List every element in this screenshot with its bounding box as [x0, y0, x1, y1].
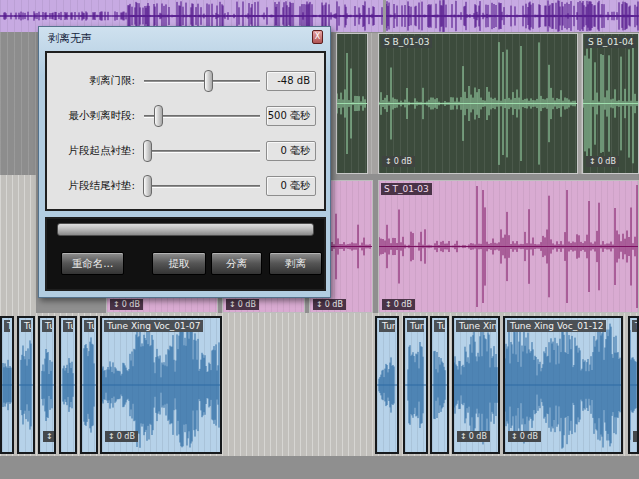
- clip-gain-label[interactable]: ↕0 dB: [382, 156, 415, 167]
- slider-panel: 剥离门限: -48 dB 最小剥离时段: 500 毫秒 片段起点衬垫:: [45, 51, 326, 211]
- audio-clip-tune-3[interactable]: Tune) ↕0 d: [38, 316, 56, 454]
- clip-gain-label[interactable]: ↕0 dB: [382, 299, 415, 310]
- audio-clip-st-01-03[interactable]: S T_01-03 ↕0 dB: [378, 180, 639, 313]
- left-track-gutter-dark: [0, 32, 36, 175]
- audio-clip-tune-4[interactable]: Tune: [59, 316, 77, 454]
- slider-thumb[interactable]: [204, 70, 213, 92]
- clip-name-label: S T_01-03: [381, 183, 432, 195]
- clip-gain-label[interactable]: ↕0 dB: [313, 299, 346, 310]
- min-duration-row: 最小剥离时段: 500 毫秒: [55, 98, 316, 133]
- clip-separator: [383, 0, 386, 32]
- clip-gain-label[interactable]: ↕0 dB: [586, 156, 619, 167]
- audio-clip-tune-8[interactable]: Tune: [430, 316, 449, 454]
- progress-bar: [57, 223, 314, 236]
- clip-gain-label[interactable]: ↕0 dB: [226, 299, 259, 310]
- slider-groove: [144, 80, 260, 83]
- start-pad-label: 片段起点衬垫:: [55, 144, 135, 158]
- start-pad-value[interactable]: 0 毫秒: [266, 141, 316, 161]
- clip-gain-icon: ↕: [385, 156, 392, 167]
- multitrack-editor-screen: S B_01-03 ↕0 dB S B_01-04 ↕0 dB ↕0 dB ↕0…: [0, 0, 639, 479]
- audio-clip-tune-xing-voc-01-07[interactable]: Tune Xing Voc_01-07 ↕0 dB: [100, 316, 222, 454]
- end-pad-value[interactable]: 0 毫秒: [266, 176, 316, 196]
- audio-clip-sb-01-04[interactable]: S B_01-04 ↕0 dB: [582, 33, 639, 174]
- green-track: S B_01-03 ↕0 dB S B_01-04 ↕0 dB: [336, 33, 639, 174]
- clip-name-label: S B_01-03: [381, 36, 432, 48]
- split-button[interactable]: 分离: [211, 252, 262, 275]
- audio-clip-tune-xing-voc[interactable]: Tune Xing Voc_ ↕0 dB: [452, 316, 500, 454]
- min-duration-slider[interactable]: [142, 103, 262, 129]
- threshold-value[interactable]: -48 dB: [266, 71, 316, 91]
- audio-clip-sb-01-03[interactable]: S B_01-03 ↕0 dB: [378, 33, 578, 174]
- audio-clip-tune-9[interactable]: Tun ↕0: [628, 316, 639, 454]
- audio-clip-tune-xing-voc-01-12[interactable]: Tune Xing Voc_01-12 ↕0 dB: [503, 316, 623, 454]
- start-pad-row: 片段起点衬垫: 0 毫秒: [55, 133, 316, 168]
- clip-gain-label[interactable]: ↕0 dB: [110, 299, 143, 310]
- threshold-label: 剥离门限:: [55, 74, 135, 88]
- blue-track: Tune Tune Tune) ↕0 d Tune Tune Tune Xing…: [0, 313, 639, 456]
- clip-name-label: S B_01-04: [585, 36, 636, 48]
- audio-clip-green-partial[interactable]: [336, 33, 368, 174]
- slider-groove: [144, 185, 260, 188]
- slider-groove: [144, 150, 260, 153]
- strip-button[interactable]: 剥离: [269, 252, 322, 275]
- audio-clip-tune-6[interactable]: Tune: [375, 316, 399, 454]
- min-duration-value[interactable]: 500 毫秒: [266, 106, 316, 126]
- slider-thumb[interactable]: [143, 140, 152, 162]
- action-panel: 重命名... 提取 分离 剥离: [45, 217, 326, 291]
- dialog-title: 剥离无声: [48, 31, 92, 46]
- slider-thumb[interactable]: [143, 175, 152, 197]
- slider-thumb[interactable]: [154, 105, 163, 127]
- end-pad-row: 片段结尾衬垫: 0 毫秒: [55, 168, 316, 203]
- rename-button[interactable]: 重命名...: [61, 252, 124, 275]
- strip-silence-dialog: 剥离无声 X 剥离门限: -48 dB 最小剥离时段: 500 毫秒: [38, 26, 331, 298]
- audio-clip-tune-5[interactable]: Tune: [80, 316, 98, 454]
- close-icon[interactable]: X: [312, 30, 323, 44]
- audio-clip-tune-1[interactable]: Tune: [0, 316, 14, 454]
- end-pad-slider[interactable]: [142, 173, 262, 199]
- audio-clip-tune-7[interactable]: Tune: [403, 316, 428, 454]
- min-duration-label: 最小剥离时段:: [55, 109, 135, 123]
- start-pad-slider[interactable]: [142, 138, 262, 164]
- extract-button[interactable]: 提取: [152, 252, 206, 275]
- threshold-row: 剥离门限: -48 dB: [55, 63, 316, 98]
- clip-gain-icon: ↕: [589, 156, 596, 167]
- audio-clip-tune-2[interactable]: Tune: [17, 316, 35, 454]
- threshold-slider[interactable]: [142, 68, 262, 94]
- end-pad-label: 片段结尾衬垫:: [55, 179, 135, 193]
